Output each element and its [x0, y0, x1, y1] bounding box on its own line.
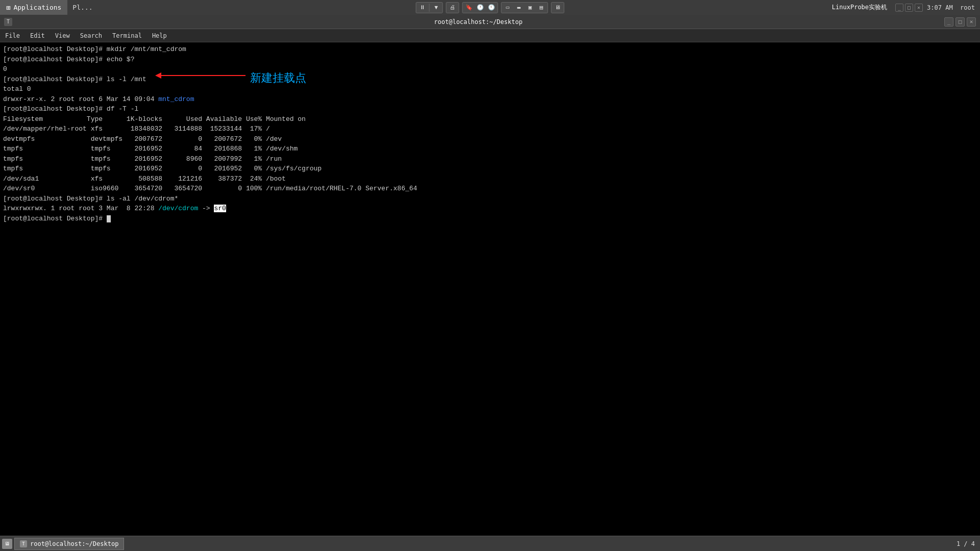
cmd-ls-mnt: ls -l /mnt	[107, 76, 146, 83]
print-icon[interactable]: 🖨	[448, 3, 457, 12]
annotation-arrow	[161, 75, 246, 76]
taskbar-terminal-item[interactable]: T root@localhost:~/Desktop	[14, 538, 124, 550]
terminal-line-8: [root@localhost Desktop]# df -T -l	[3, 104, 977, 114]
places-label: Pl...	[72, 4, 92, 11]
layout4-icon[interactable]: ▤	[537, 3, 546, 12]
minimize-icon[interactable]: _	[895, 4, 903, 12]
top-bar-right: LinuxProbe实验机 _ □ ✕ 3:07 AM root	[828, 3, 980, 12]
pause-icon[interactable]: ⏸	[418, 3, 427, 12]
terminal-line-ls-al: [root@localhost Desktop]# ls -al /dev/cd…	[3, 194, 977, 204]
prompt-1: [root@localhost Desktop]#	[3, 45, 107, 53]
terminal-line-7: drwxr-xr-x. 2 root root 6 Mar 14 09:04 m…	[3, 94, 977, 105]
prompt-2: [root@localhost Desktop]#	[3, 56, 107, 63]
df-row-6: /dev/sda1 xfs 508588 121216 387372 24% /…	[3, 174, 977, 184]
cmd-mkdir: mkdir /mnt/mnt_cdrom	[107, 45, 186, 53]
terminal-window-controls: _ □ ✕	[944, 17, 976, 27]
df-row-5: tmpfs tmpfs 2016952 0 2016952 0% /sys/fs…	[3, 164, 977, 174]
applications-menu[interactable]: ⊞ Applications	[0, 0, 67, 15]
terminal-line-ls-result: lrwxrwxrwx. 1 root root 3 Mar 8 22:28 /d…	[3, 204, 977, 214]
menu-file[interactable]: File	[0, 29, 25, 42]
terminal-minimize-icon[interactable]: _	[944, 17, 953, 27]
menu-view[interactable]: View	[50, 29, 75, 42]
applications-label: Applications	[13, 4, 61, 11]
cmd-echo: echo $?	[107, 56, 135, 63]
prompt-8: [root@localhost Desktop]#	[3, 105, 107, 113]
toolbar-icon-group-1: ⏸ ▼	[416, 2, 443, 13]
arrow-line	[161, 75, 246, 76]
lab-name: LinuxProbe实验机	[828, 3, 891, 12]
time-display: 3:07 AM root	[927, 4, 975, 11]
places-menu[interactable]: Pl...	[67, 0, 97, 15]
mnt-cdrom-link: mnt_cdrom	[158, 95, 194, 103]
maximize-icon[interactable]: □	[905, 4, 913, 12]
prompt-5: [root@localhost Desktop]#	[3, 76, 107, 83]
layout2-icon[interactable]: ▬	[514, 3, 524, 12]
df-row-7: /dev/sr0 iso9660 3654720 3654720 0 100% …	[3, 184, 977, 194]
window-controls: _ □ ✕	[895, 4, 923, 12]
toolbar-icon-group-5: 🖥	[551, 2, 565, 13]
terminal-line-5: [root@localhost Desktop]# ls -l /mnt	[3, 74, 977, 85]
menu-terminal[interactable]: Terminal	[107, 29, 147, 42]
arrow-head-icon	[155, 72, 161, 79]
taskbar-desktop-icon[interactable]: 🖥	[2, 539, 12, 549]
top-system-bar: ⊞ Applications Pl... ⏸ ▼ 🖨 🔖 🕐 🕙	[0, 0, 980, 15]
cmd-df: df -T -l	[107, 105, 138, 113]
top-bar-left: ⊞ Applications Pl...	[0, 0, 98, 15]
history-icon[interactable]: 🕐	[476, 3, 485, 12]
screen-icon[interactable]: 🖥	[553, 3, 562, 12]
bookmark-icon[interactable]: 🔖	[464, 3, 474, 12]
terminal-line-6: total 0	[3, 84, 977, 94]
layout3-icon[interactable]: ▣	[526, 3, 535, 12]
toolbar-icon-group-2: 🖨	[446, 2, 459, 13]
cmd-ls-al: ls -al /dev/cdrom*	[107, 195, 178, 203]
terminal-close-icon[interactable]: ✕	[967, 17, 976, 27]
terminal-content[interactable]: [root@localhost Desktop]# mkdir /mnt/mnt…	[0, 42, 980, 551]
prompt-ls-al: [root@localhost Desktop]#	[3, 195, 107, 203]
terminal-line-1: [root@localhost Desktop]# mkdir /mnt/mnt…	[3, 44, 977, 55]
toolbar-icon-group-3: 🔖 🕐 🕙	[462, 2, 498, 13]
terminal-menu-bar: File Edit View Search Terminal Help	[0, 29, 980, 42]
dropdown-icon[interactable]: ▼	[432, 3, 441, 12]
annotation-text-cn: 新建挂载点	[250, 69, 306, 86]
menu-edit[interactable]: Edit	[25, 29, 50, 42]
terminal-favicon-icon: T	[4, 18, 12, 26]
menu-search[interactable]: Search	[75, 29, 107, 42]
terminal-line-3: 0	[3, 64, 977, 74]
menu-help[interactable]: Help	[147, 29, 172, 42]
toolbar-icon-group-4: ▭ ▬ ▣ ▤	[501, 2, 548, 13]
terminal-line-2: [root@localhost Desktop]# echo $?	[3, 55, 977, 65]
close-icon[interactable]: ✕	[915, 4, 923, 12]
layout1-icon[interactable]: ▭	[503, 3, 512, 12]
taskbar-terminal-icon: T	[20, 540, 27, 547]
df-row-2: devtmpfs devtmpfs 2007672 0 2007672 0% /…	[3, 134, 977, 144]
time-back-icon[interactable]: 🕙	[487, 3, 496, 12]
cdrom-path: /dev/cdrom	[158, 205, 198, 212]
prompt-last: [root@localhost Desktop]#	[3, 215, 107, 222]
terminal-title-bar: T root@localhost:~/Desktop _ □ ✕	[0, 15, 980, 29]
topbar-window-title: ⏸ ▼ 🖨 🔖 🕐 🕙 ▭ ▬ ▣ ▤ 🖥	[416, 2, 565, 13]
df-header: Filesystem Type 1K-blocks Used Available…	[3, 114, 977, 124]
terminal-window-title: root@localhost:~/Desktop	[15, 18, 941, 26]
bottom-taskbar: 🖥 T root@localhost:~/Desktop 1 / 4	[0, 536, 980, 551]
sr0-highlighted: sr0	[214, 205, 226, 212]
terminal-restore-icon[interactable]: □	[955, 17, 965, 27]
cursor	[107, 215, 111, 222]
terminal-window: T root@localhost:~/Desktop _ □ ✕ File Ed…	[0, 15, 980, 551]
df-row-4: tmpfs tmpfs 2016952 8960 2007992 1% /run	[3, 154, 977, 164]
df-row-3: tmpfs tmpfs 2016952 84 2016868 1% /dev/s…	[3, 144, 977, 154]
taskbar-terminal-label: root@localhost:~/Desktop	[30, 540, 118, 547]
df-row-1: /dev/mapper/rhel-root xfs 18348032 31148…	[3, 124, 977, 134]
page-indicator: 1 / 4	[957, 540, 980, 547]
terminal-line-last: [root@localhost Desktop]#	[3, 214, 977, 224]
apps-grid-icon: ⊞	[6, 4, 10, 12]
